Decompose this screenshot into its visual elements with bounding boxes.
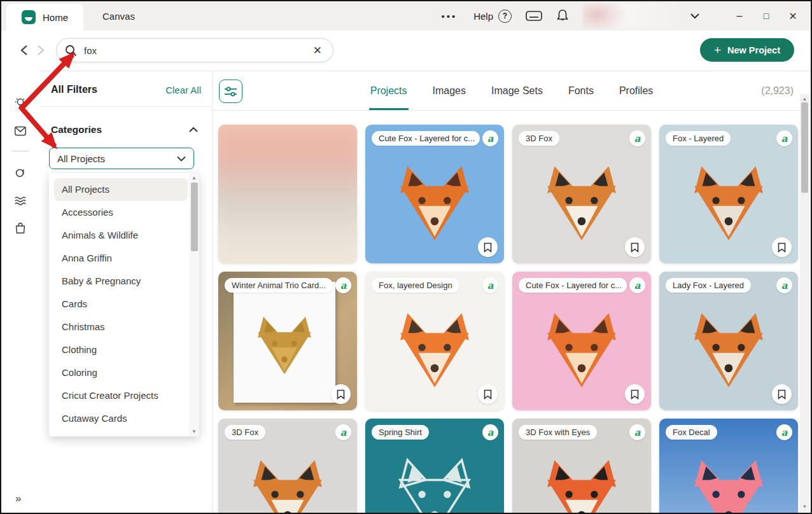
help-label: Help bbox=[473, 11, 493, 22]
project-card[interactable]: 3D Fox a bbox=[512, 125, 651, 263]
bookmark-icon bbox=[484, 389, 492, 399]
category-dropdown: All ProjectsAccessoriesAnimals & Wildlif… bbox=[49, 173, 199, 436]
clear-all-link[interactable]: Clear All bbox=[165, 85, 201, 95]
category-option[interactable]: Clothing bbox=[54, 338, 188, 361]
bookmark-button[interactable] bbox=[478, 237, 498, 257]
main-scroll-thumb[interactable] bbox=[801, 102, 808, 193]
bookmark-icon bbox=[631, 242, 639, 253]
project-card[interactable]: Fox, layered Design a bbox=[365, 272, 504, 410]
project-title-pill: Winter Animal Trio Card... bbox=[225, 278, 333, 293]
more-menu-button[interactable]: ••• bbox=[441, 11, 457, 22]
cricut-access-badge-icon: a bbox=[482, 130, 498, 146]
project-card[interactable]: Lady Fox - Layered a bbox=[659, 272, 798, 410]
project-card[interactable]: 3D Fox a bbox=[218, 419, 357, 514]
project-card[interactable]: Spring Shirt a bbox=[365, 419, 504, 514]
collapse-chevron-up-icon[interactable] bbox=[188, 127, 199, 133]
tab-home[interactable]: Home bbox=[6, 4, 83, 31]
project-title-pill: Lady Fox - Layered bbox=[666, 278, 751, 293]
tab-fonts[interactable]: Fonts bbox=[567, 71, 595, 110]
category-option[interactable]: All Projects bbox=[54, 178, 188, 201]
main-scrollbar[interactable]: ▲ ▼ bbox=[800, 94, 809, 511]
fox-illustration bbox=[536, 157, 627, 247]
project-card[interactable] bbox=[218, 125, 357, 263]
inbox-envelope-icon[interactable] bbox=[13, 124, 27, 138]
result-tabs: ProjectsImagesImage SetsFontsProfiles bbox=[213, 71, 811, 110]
left-rail: » bbox=[1, 71, 39, 513]
expand-rail-button[interactable]: » bbox=[15, 492, 21, 505]
project-card[interactable]: Cute Fox - Layered for c... a bbox=[512, 272, 651, 410]
machine-icon[interactable] bbox=[526, 10, 542, 22]
category-option[interactable]: Anna Griffin bbox=[54, 247, 188, 270]
tab-images[interactable]: Images bbox=[431, 71, 467, 110]
bookmark-button[interactable] bbox=[772, 384, 792, 404]
category-option[interactable]: Cards bbox=[54, 293, 188, 316]
account-chevron-down-icon[interactable] bbox=[690, 13, 700, 19]
project-card[interactable]: Winter Animal Trio Card... a bbox=[218, 272, 357, 410]
category-option[interactable]: Baby & Pregnancy bbox=[54, 270, 188, 293]
category-option[interactable]: Accessories bbox=[54, 201, 188, 224]
fox-illustration bbox=[536, 451, 627, 514]
project-title-pill: 3D Fox with Eyes bbox=[519, 425, 597, 440]
ideas-lightbulb-icon[interactable] bbox=[13, 96, 27, 110]
project-card[interactable]: Cute Fox - Layered for c... a bbox=[365, 125, 504, 263]
cricut-access-icon[interactable] bbox=[13, 165, 27, 179]
project-card[interactable]: Fox Decal a bbox=[659, 419, 798, 514]
project-title-pill: Fox - Layered bbox=[666, 131, 731, 146]
bookmark-icon bbox=[778, 389, 786, 399]
project-card[interactable]: Fox - Layered a bbox=[659, 125, 798, 263]
category-option[interactable]: Animals & Wildlife bbox=[54, 224, 188, 247]
new-project-button[interactable]: + New Project bbox=[700, 38, 794, 62]
project-title-pill: Fox, layered Design bbox=[372, 278, 459, 293]
scroll-up-icon[interactable]: ▲ bbox=[800, 96, 809, 102]
category-option[interactable]: Coloring bbox=[54, 361, 188, 384]
category-option[interactable]: Cricut Creator Projects bbox=[54, 384, 188, 407]
toolbar: ✕ + New Project bbox=[1, 31, 811, 70]
search-box[interactable]: ✕ bbox=[56, 38, 333, 62]
bookmark-icon bbox=[631, 389, 639, 399]
dropdown-scroll-thumb[interactable] bbox=[191, 183, 198, 251]
scroll-up-icon[interactable]: ▲ bbox=[189, 175, 199, 181]
bookmark-button[interactable] bbox=[772, 237, 792, 257]
shop-bag-icon[interactable] bbox=[13, 221, 27, 235]
search-input[interactable] bbox=[83, 45, 311, 57]
blurred-thumbnail bbox=[218, 125, 357, 263]
tab-profiles[interactable]: Profiles bbox=[618, 71, 654, 110]
category-select[interactable]: All Projects bbox=[49, 148, 194, 169]
cricut-logo-icon bbox=[22, 10, 36, 24]
bookmark-button[interactable] bbox=[331, 384, 351, 404]
project-title-pill: 3D Fox bbox=[519, 131, 559, 146]
tab-projects[interactable]: Projects bbox=[369, 71, 409, 110]
scroll-down-icon[interactable]: ▼ bbox=[800, 504, 809, 510]
search-icon bbox=[65, 45, 77, 57]
window-minimize-button[interactable]: – bbox=[731, 10, 748, 22]
dropdown-scrollbar[interactable]: ▲ ▼ bbox=[189, 173, 199, 436]
window-close-button[interactable]: ✕ bbox=[784, 10, 802, 22]
user-account-blurred[interactable] bbox=[583, 3, 682, 29]
materials-waves-icon[interactable] bbox=[13, 193, 27, 207]
back-button[interactable] bbox=[20, 45, 28, 56]
rail-divider bbox=[12, 151, 29, 151]
forward-button[interactable] bbox=[37, 45, 45, 56]
fox-illustration bbox=[683, 304, 774, 394]
bookmark-button[interactable] bbox=[625, 384, 645, 404]
clear-search-button[interactable]: ✕ bbox=[311, 44, 325, 57]
fox-illustration bbox=[683, 451, 774, 514]
notifications-bell-icon[interactable] bbox=[556, 9, 569, 23]
window-maximize-button[interactable]: □ bbox=[757, 11, 775, 21]
project-title-pill: Spring Shirt bbox=[372, 425, 429, 440]
bookmark-icon bbox=[778, 242, 786, 253]
new-project-label: New Project bbox=[727, 45, 780, 55]
tab-image-sets[interactable]: Image Sets bbox=[490, 71, 544, 110]
category-option-list: All ProjectsAccessoriesAnimals & Wildlif… bbox=[49, 173, 189, 436]
project-card[interactable]: 3D Fox with Eyes a bbox=[512, 419, 651, 514]
project-title-pill: Cute Fox - Layered for c... bbox=[372, 131, 480, 146]
bookmark-button[interactable] bbox=[478, 384, 498, 404]
scroll-down-icon[interactable]: ▼ bbox=[189, 429, 199, 434]
help-button[interactable]: Help ? bbox=[473, 10, 512, 23]
tab-canvas[interactable]: Canvas bbox=[83, 1, 154, 31]
bookmark-button[interactable] bbox=[625, 237, 645, 257]
category-option[interactable]: Christmas bbox=[54, 316, 188, 338]
cricut-access-badge-icon: a bbox=[776, 424, 792, 440]
category-option[interactable]: Cutaway Cards bbox=[54, 407, 188, 430]
fox-illustration bbox=[389, 157, 480, 247]
